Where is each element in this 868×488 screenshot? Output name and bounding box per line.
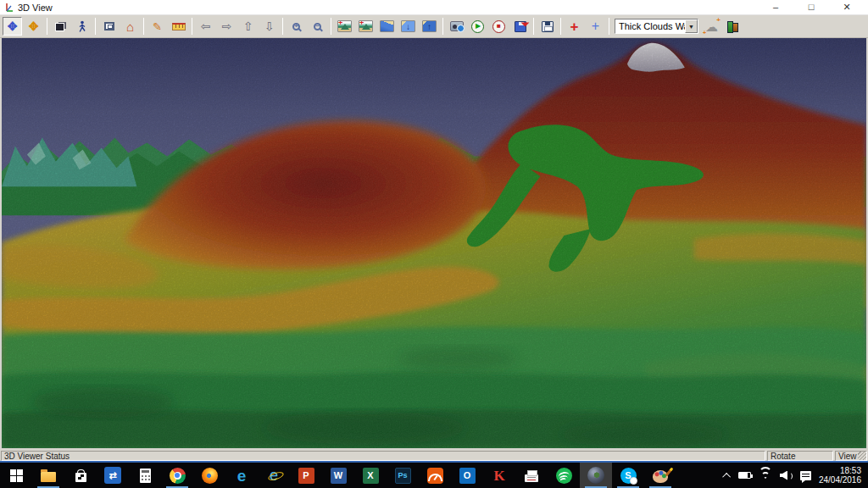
terrain-marker-1-button[interactable] [335, 17, 354, 36]
status-view-mode: View [835, 451, 867, 461]
arrow-left-icon: ⇦ [201, 19, 211, 33]
zoom-out-button[interactable]: − [308, 17, 327, 36]
kaspersky-icon: K [493, 469, 504, 483]
red-cross-marker-button[interactable]: + [565, 17, 584, 36]
water-down-icon: ↓ [401, 20, 415, 32]
terrain-3d-viewport[interactable] [0, 38, 868, 450]
clock[interactable]: 18:53 24/04/2016 [819, 466, 861, 485]
tray-chevron-icon[interactable] [722, 472, 731, 480]
start-button[interactable] [0, 463, 32, 488]
notification-icon[interactable] [800, 471, 811, 480]
taskbar-excel[interactable]: X [354, 463, 387, 488]
taskbar-fax-printer[interactable] [515, 463, 548, 488]
terrain-marker-2-button[interactable] [356, 17, 376, 36]
minimize-button[interactable]: – [758, 0, 793, 14]
taskbar-3d-view[interactable] [580, 463, 612, 488]
internet-explorer-icon: e [270, 468, 278, 483]
volume-icon[interactable] [780, 471, 793, 480]
zoom-in-button[interactable]: + [287, 17, 306, 36]
cloud-preset-value: Thick Clouds Water [615, 21, 685, 31]
stop-animation-button[interactable]: ■ [489, 17, 509, 36]
toolbar: ✥ ✥ ⌂ ✎ ⇦ ⇨ ⇧ ⇩ + − ↓ ↑ ▶ ■ [0, 15, 868, 38]
toolbar-separator [192, 18, 192, 35]
copy-view-button[interactable] [99, 17, 119, 36]
water-level-down-button[interactable]: ↓ [398, 17, 418, 36]
pan-camera-button[interactable]: ✥ [3, 17, 22, 36]
terrain-legend-button[interactable] [723, 17, 743, 36]
taskbar-file-explorer[interactable] [32, 463, 64, 488]
taskbar-skype[interactable]: S [612, 463, 644, 488]
windows-logo-icon [10, 469, 23, 482]
home-button[interactable]: ⌂ [120, 17, 140, 36]
camera-record-button[interactable] [447, 17, 466, 36]
toolbar-separator [282, 18, 283, 35]
pan-right-button[interactable]: ⇨ [217, 17, 236, 36]
taskbar-edge[interactable]: e [225, 463, 258, 488]
taskbar-paint[interactable] [644, 463, 676, 488]
edge-icon: e [237, 468, 247, 484]
toolbar-separator [442, 18, 443, 35]
resize-grip[interactable] [858, 452, 866, 460]
taskbar-powerpoint[interactable]: P [290, 463, 322, 488]
layers-button[interactable] [51, 17, 70, 36]
terrain-marker-icon [359, 20, 373, 32]
move-button[interactable]: ✥ [24, 17, 43, 36]
export-animation-button[interactable] [510, 17, 530, 36]
taskbar: ⇄ e e P W X Ps O K S 18:53 24/04/2016 [0, 463, 868, 488]
photoshop-icon: Ps [395, 468, 411, 484]
taskbar-chrome[interactable] [161, 463, 193, 488]
status-view-label: View [838, 452, 857, 461]
taskbar-windows-store[interactable] [64, 463, 97, 488]
dropdown-arrow-icon[interactable]: ▼ [685, 19, 698, 33]
taskbar-speedometer-app[interactable] [419, 463, 451, 488]
arrow-up-icon: ⇧ [243, 19, 253, 33]
wifi-icon[interactable] [759, 470, 772, 480]
cloud-effects-button[interactable]: ☁ [702, 17, 721, 36]
taskbar-teamviewer[interactable]: ⇄ [97, 463, 129, 488]
status-message: 3D Viewer Status [1, 451, 765, 461]
pan-up-button[interactable]: ⇧ [238, 17, 258, 36]
play-animation-button[interactable]: ▶ [468, 17, 487, 36]
store-bag-icon [75, 473, 86, 482]
spotify-icon [556, 468, 572, 484]
pan-left-button[interactable]: ⇦ [196, 17, 215, 36]
cloud-preset-dropdown[interactable]: Thick Clouds Water ▼ [615, 19, 698, 34]
taskbar-word[interactable]: W [322, 463, 354, 488]
app-icon-3d-axes [3, 2, 14, 13]
pan-down-button[interactable]: ⇩ [259, 17, 279, 36]
water-scene-button[interactable] [377, 17, 397, 36]
taskbar-outlook[interactable]: O [451, 463, 483, 488]
taskbar-photoshop[interactable]: Ps [387, 463, 419, 488]
water-level-up-button[interactable]: ↑ [420, 17, 439, 36]
system-tray: 18:53 24/04/2016 [725, 463, 868, 488]
save-button[interactable] [537, 17, 557, 36]
speedometer-icon [427, 468, 443, 484]
draw-button[interactable]: ✎ [147, 17, 167, 36]
taskbar-kaspersky[interactable]: K [483, 463, 515, 488]
folder-icon [41, 472, 56, 482]
taskbar-spotify[interactable] [548, 463, 580, 488]
battery-icon[interactable] [738, 472, 751, 479]
zoom-in-icon: + [292, 23, 300, 30]
toolbar-separator [560, 18, 561, 35]
walk-button[interactable] [72, 17, 92, 36]
toolbar-separator [95, 18, 96, 35]
toolbar-separator [609, 18, 609, 35]
tray-time: 18:53 [819, 466, 861, 475]
export-floppy-icon [515, 21, 526, 32]
globe-icon [587, 467, 604, 484]
cloud-effects-icon: ☁ [705, 20, 718, 33]
teamviewer-icon: ⇄ [104, 467, 121, 484]
taskbar-calculator[interactable] [129, 463, 161, 488]
paint-palette-icon [653, 470, 668, 483]
blue-cross-marker-button[interactable]: + [586, 17, 605, 36]
status-rotate-mode: Rotate [767, 451, 833, 461]
terrain-legend-icon [726, 21, 739, 32]
measure-button[interactable] [169, 17, 188, 36]
taskbar-firefox[interactable] [193, 463, 225, 488]
fax-printer-icon [525, 474, 538, 482]
taskbar-internet-explorer[interactable]: e [258, 463, 290, 488]
close-button[interactable]: ✕ [829, 0, 865, 14]
maximize-button[interactable]: □ [793, 0, 829, 14]
layers-icon [55, 22, 66, 31]
